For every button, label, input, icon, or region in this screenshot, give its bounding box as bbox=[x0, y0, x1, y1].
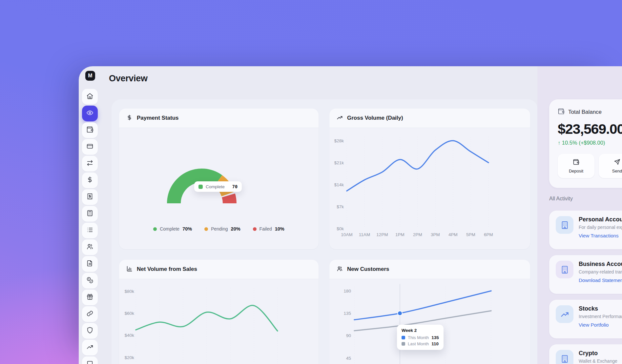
tooltip-swatch bbox=[402, 342, 405, 346]
transfer-arrows-icon bbox=[86, 159, 93, 168]
sidebar-item-overview[interactable] bbox=[82, 106, 98, 121]
view-transactions-link[interactable]: View Transactions bbox=[579, 233, 622, 238]
sidebar-item-transfers[interactable] bbox=[82, 156, 98, 172]
dollar-icon bbox=[126, 114, 133, 122]
sidebar-item-payments[interactable] bbox=[82, 172, 98, 188]
activity-item-personal-account[interactable]: Personal Account For daily personal expe… bbox=[549, 211, 622, 249]
sidebar-item-customers[interactable] bbox=[82, 239, 98, 255]
sidebar-item-coins[interactable] bbox=[82, 273, 98, 289]
axis-tick-label: 12PM bbox=[376, 232, 388, 237]
bar-chart-icon bbox=[126, 266, 133, 273]
legend-value: 10% bbox=[275, 226, 284, 232]
link-icon bbox=[86, 310, 93, 318]
axis-tick-label: $80k bbox=[125, 289, 135, 294]
users-icon bbox=[337, 266, 343, 273]
legend-dot bbox=[153, 227, 157, 231]
balance-amount: $23,569.00 bbox=[558, 121, 622, 137]
sidebar-item-documents[interactable] bbox=[82, 256, 98, 272]
net-volume-chart[interactable]: $80k$60k$40k$20k bbox=[119, 279, 319, 364]
device-icon bbox=[86, 360, 93, 364]
activity-item-crypto[interactable]: Crypto Wallet & Exchange bbox=[549, 344, 622, 364]
gross-volume-body: $28k$21k$14k$7k$0k10AM11AM12PM1PM2PM3PM4… bbox=[329, 128, 530, 249]
sidebar-item-home[interactable] bbox=[82, 89, 98, 105]
legend-label: Complete bbox=[160, 226, 179, 232]
sidebar-item-security[interactable] bbox=[82, 323, 98, 339]
new-customers-body: 1801359045 Week 2 This Month 135 Last Mo… bbox=[329, 279, 530, 364]
balance-change: ↑ 10.5% (+$908.00) bbox=[558, 140, 622, 146]
sidebar-item-cards[interactable] bbox=[82, 139, 98, 155]
trending-up-icon bbox=[86, 343, 93, 352]
wallet-icon bbox=[86, 126, 93, 134]
download-statements-link[interactable]: Download Statements bbox=[579, 277, 622, 283]
tooltip-label: This Month bbox=[408, 335, 429, 340]
activity-title: Personal Account bbox=[579, 216, 622, 223]
legend-item-pending: Pending 20% bbox=[204, 226, 240, 232]
gross-volume-header: Gross Volume (Daily) bbox=[329, 109, 530, 128]
axis-tick-label: 4PM bbox=[448, 232, 458, 237]
activity-item-business-account[interactable]: Business Account Company-related transac… bbox=[549, 255, 622, 294]
dashboard-panel: Payment Status Complete 70 Complete 70% bbox=[112, 99, 537, 364]
app-window: M Overview Payment Status bbox=[79, 66, 622, 364]
gauge-legend: Complete 70% Pending 20% Failed 10% bbox=[119, 226, 319, 232]
sidebar-item-devices[interactable] bbox=[82, 356, 98, 364]
building-icon bbox=[556, 261, 573, 278]
card-title: New Customers bbox=[347, 266, 389, 273]
card-title: Net Volume from Sales bbox=[137, 266, 197, 273]
total-balance-card: Total Balance $23,569.00 ↑ 10.5% (+$908.… bbox=[549, 99, 622, 188]
tooltip-row: This Month 135 bbox=[402, 335, 439, 340]
new-customers-chart[interactable]: 1801359045 bbox=[329, 279, 530, 364]
sidebar-item-rewards[interactable] bbox=[82, 290, 98, 305]
send-icon bbox=[614, 159, 620, 166]
week-tooltip: Week 2 This Month 135 Last Month 110 bbox=[397, 325, 444, 350]
axis-tick-label: $21k bbox=[334, 160, 344, 165]
users-icon bbox=[86, 243, 93, 252]
sidebar-item-invoices[interactable] bbox=[82, 189, 98, 205]
balance-label: Total Balance bbox=[568, 109, 602, 115]
activity-item-stocks[interactable]: Stocks Investment Performance View Portf… bbox=[549, 300, 622, 338]
dollar-icon bbox=[86, 176, 93, 185]
activity-subtitle: Company-related transactions bbox=[579, 269, 622, 274]
send-button[interactable]: Send bbox=[599, 154, 622, 178]
activity-title: Business Account bbox=[579, 261, 622, 268]
net-volume-body: $80k$60k$40k$20k bbox=[119, 279, 319, 364]
new-customers-card: New Customers 1801359045 Week 2 This Mon… bbox=[329, 260, 530, 364]
axis-tick-label: 6PM bbox=[484, 232, 493, 237]
gift-icon bbox=[86, 293, 93, 302]
sidebar bbox=[82, 89, 98, 364]
deposit-button[interactable]: Deposit bbox=[558, 154, 594, 178]
sidebar-item-list[interactable] bbox=[82, 223, 98, 238]
shield-icon bbox=[86, 327, 93, 335]
list-icon bbox=[86, 226, 93, 235]
gauge-tooltip: Complete 70 bbox=[194, 181, 242, 192]
app-logo[interactable]: M bbox=[85, 71, 95, 81]
axis-tick-label: $0k bbox=[337, 226, 344, 231]
legend-label: Pending bbox=[211, 226, 228, 232]
coins-icon bbox=[86, 276, 93, 285]
axis-tick-label: $20k bbox=[125, 355, 135, 360]
tooltip-label: Complete bbox=[206, 184, 225, 189]
new-customers-header: New Customers bbox=[329, 260, 530, 279]
view-portfolio-link[interactable]: View Portfolio bbox=[579, 322, 622, 328]
sidebar-item-calculator[interactable] bbox=[82, 206, 98, 222]
tooltip-title: Week 2 bbox=[402, 328, 439, 333]
net-volume-card: Net Volume from Sales $80k$60k$40k$20k bbox=[119, 260, 319, 364]
net-volume-header: Net Volume from Sales bbox=[119, 260, 319, 279]
sidebar-item-links[interactable] bbox=[82, 306, 98, 322]
axis-tick-label: 3PM bbox=[431, 232, 440, 237]
activity-heading: All Activity bbox=[549, 196, 573, 202]
axis-tick-label: $7k bbox=[337, 204, 344, 209]
axis-tick-label: $14k bbox=[334, 182, 344, 187]
gross-volume-chart[interactable]: $28k$21k$14k$7k$0k10AM11AM12PM1PM2PM3PM4… bbox=[329, 128, 530, 249]
tooltip-row: Last Month 110 bbox=[402, 341, 439, 346]
trending-up-icon bbox=[556, 305, 573, 323]
legend-dot bbox=[253, 227, 257, 231]
axis-tick-label: 2PM bbox=[413, 232, 422, 237]
legend-item-failed: Failed 10% bbox=[253, 226, 284, 232]
sidebar-item-wallet[interactable] bbox=[82, 122, 98, 138]
sidebar-item-analytics[interactable] bbox=[82, 340, 98, 355]
calculator-icon bbox=[86, 210, 93, 218]
axis-tick-label: $60k bbox=[125, 311, 135, 316]
receipt-icon bbox=[86, 193, 93, 201]
tooltip-swatch bbox=[402, 336, 405, 339]
trending-up-icon bbox=[337, 114, 343, 122]
